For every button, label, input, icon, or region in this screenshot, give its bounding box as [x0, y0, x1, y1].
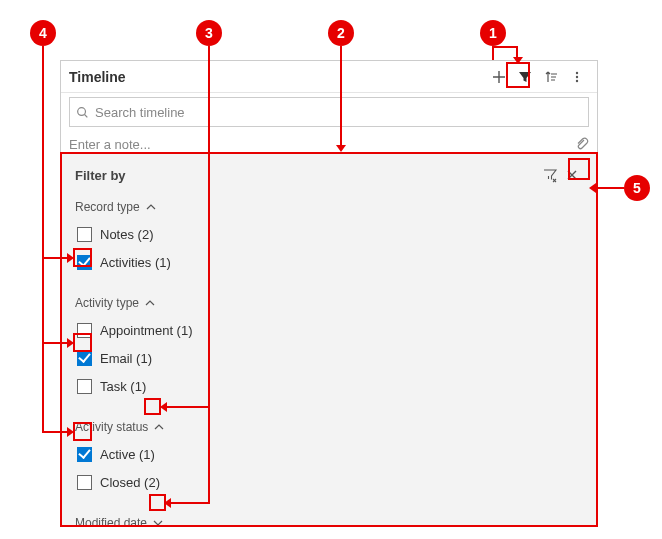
- filter-icon: [518, 70, 532, 84]
- filter-title: Filter by: [75, 168, 539, 183]
- arrow-line: [594, 187, 624, 189]
- checkbox[interactable]: [77, 475, 92, 490]
- arrow-line: [492, 46, 494, 60]
- annotation-badge-2: 2: [328, 20, 354, 46]
- search-placeholder: Search timeline: [95, 105, 582, 120]
- more-button[interactable]: [565, 65, 589, 89]
- group-activity-type: Activity type Appointment (1) Email (1) …: [75, 296, 583, 400]
- search-icon: [76, 106, 89, 119]
- group-label: Record type: [75, 200, 140, 214]
- sort-icon: [544, 70, 558, 84]
- arrow-line: [208, 406, 210, 502]
- arrow-head: [67, 338, 74, 348]
- timeline-panel: Timeline Search timeline Enter a note...…: [60, 60, 598, 527]
- clear-filter-icon: [542, 167, 558, 183]
- group-header-record-type[interactable]: Record type: [75, 200, 583, 214]
- arrow-line: [492, 46, 518, 48]
- arrow-head: [67, 427, 74, 437]
- arrow-head: [513, 57, 523, 64]
- arrow-line: [42, 431, 70, 433]
- option-label: Active (1): [100, 447, 155, 462]
- arrow-line: [42, 257, 70, 259]
- svg-point-3: [78, 107, 86, 115]
- close-filter-button[interactable]: [561, 164, 583, 186]
- checkbox[interactable]: [77, 227, 92, 242]
- arrow-head: [164, 498, 171, 508]
- search-input[interactable]: Search timeline: [69, 97, 589, 127]
- checkbox[interactable]: [77, 379, 92, 394]
- option-active[interactable]: Active (1): [75, 440, 583, 468]
- checkbox[interactable]: [77, 323, 92, 338]
- option-label: Task (1): [100, 379, 146, 394]
- arrow-line: [208, 46, 210, 406]
- checkbox[interactable]: [77, 447, 92, 462]
- group-label: Modified date: [75, 516, 147, 530]
- attach-icon: [575, 137, 589, 151]
- chevron-down-icon: [151, 516, 165, 530]
- chevron-up-icon: [144, 200, 158, 214]
- clear-filter-button[interactable]: [539, 164, 561, 186]
- group-header-activity-type[interactable]: Activity type: [75, 296, 583, 310]
- group-header-modified-date[interactable]: Modified date: [75, 516, 583, 530]
- note-placeholder: Enter a note...: [69, 137, 575, 152]
- group-modified-date: Modified date: [75, 516, 583, 530]
- option-task[interactable]: Task (1): [75, 372, 583, 400]
- filter-button[interactable]: [513, 65, 537, 89]
- option-label: Notes (2): [100, 227, 153, 242]
- annotation-badge-1: 1: [480, 20, 506, 46]
- arrow-head: [589, 183, 596, 193]
- option-notes[interactable]: Notes (2): [75, 220, 583, 248]
- group-activity-status: Activity status Active (1) Closed (2): [75, 420, 583, 496]
- panel-header: Timeline: [61, 61, 597, 93]
- group-label: Activity status: [75, 420, 148, 434]
- page-title: Timeline: [69, 69, 126, 85]
- close-icon: [565, 168, 579, 182]
- more-icon: [570, 70, 584, 84]
- annotation-badge-5: 5: [624, 175, 650, 201]
- attach-button[interactable]: [575, 137, 589, 151]
- add-icon: [492, 70, 506, 84]
- option-email[interactable]: Email (1): [75, 344, 583, 372]
- svg-point-0: [576, 71, 578, 73]
- option-label: Activities (1): [100, 255, 171, 270]
- option-label: Closed (2): [100, 475, 160, 490]
- checkbox[interactable]: [77, 351, 92, 366]
- arrow-line: [166, 406, 210, 408]
- chevron-up-icon: [143, 296, 157, 310]
- option-appointment[interactable]: Appointment (1): [75, 316, 583, 344]
- sort-button[interactable]: [539, 65, 563, 89]
- group-record-type: Record type Notes (2) Activities (1): [75, 200, 583, 276]
- group-label: Activity type: [75, 296, 139, 310]
- group-header-activity-status[interactable]: Activity status: [75, 420, 583, 434]
- arrow-line: [42, 46, 44, 432]
- annotation-badge-3: 3: [196, 20, 222, 46]
- svg-point-2: [576, 79, 578, 81]
- arrow-line: [42, 342, 70, 344]
- option-closed[interactable]: Closed (2): [75, 468, 583, 496]
- svg-point-1: [576, 75, 578, 77]
- filter-topbar: Filter by: [75, 164, 583, 186]
- arrow-line: [170, 502, 210, 504]
- chevron-up-icon: [152, 420, 166, 434]
- arrow-head: [160, 402, 167, 412]
- option-label: Appointment (1): [100, 323, 193, 338]
- arrow-head: [336, 145, 346, 152]
- add-button[interactable]: [487, 65, 511, 89]
- checkbox[interactable]: [77, 255, 92, 270]
- option-label: Email (1): [100, 351, 152, 366]
- arrow-head: [67, 253, 74, 263]
- arrow-line: [340, 46, 342, 148]
- filter-pane: Filter by Record type Notes (2): [61, 153, 597, 526]
- annotation-badge-4: 4: [30, 20, 56, 46]
- option-activities[interactable]: Activities (1): [75, 248, 583, 276]
